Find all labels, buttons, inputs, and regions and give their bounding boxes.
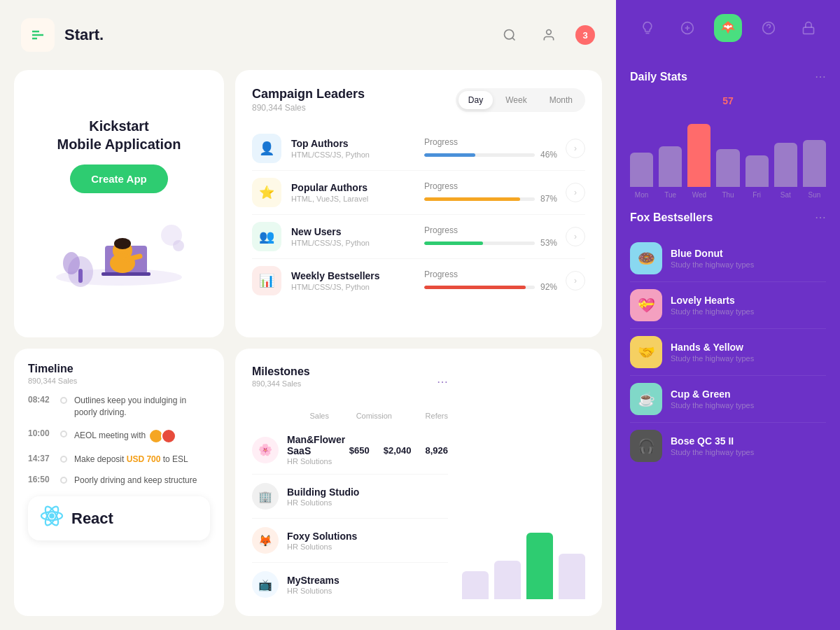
bestseller-item: ☕ Cup & Green Study the highway types [630,376,826,423]
bestseller-name: Cup & Green [671,388,754,400]
react-logo [39,503,64,533]
svg-rect-12 [78,269,83,283]
daily-label: Fri [746,191,769,199]
daily-bar [803,140,826,188]
bestseller-info: Lovely Hearts Study the highway types [671,295,754,316]
campaign-header: Campaign Leaders 890,344 Sales Day Week … [252,87,585,113]
row-arrow-button[interactable]: › [566,227,585,246]
daily-label: Tue [659,191,682,199]
sidebar-nav-fox[interactable] [714,14,742,42]
campaign-row-icon: 📊 [252,266,281,295]
row-arrow-button[interactable]: › [566,271,585,290]
svg-rect-8 [102,272,150,276]
timeline-time: 08:42 [28,395,53,405]
progress-bar-container: 46% [424,150,557,160]
react-badge: React [28,496,210,540]
sidebar-nav-alpha[interactable] [673,14,701,42]
campaign-row: ⭐ Popular Authors HTML, VueJS, Laravel P… [252,171,585,215]
bestseller-subtitle: Study the highway types [671,307,754,316]
progress-pct: 92% [540,282,557,292]
fox-bestsellers-more[interactable]: ⋯ [815,211,826,224]
bestseller-subtitle: Study the highway types [671,448,754,456]
period-tab-month[interactable]: Month [540,91,582,109]
milestone-bar [526,533,553,599]
progress-bar-container: 87% [424,194,557,204]
svg-rect-27 [804,27,814,34]
progress-fill [424,286,526,289]
timeline-dot [60,430,67,438]
milestone-bar [462,571,489,599]
milestone-name: Man&Flower SaaS [287,434,349,456]
campaign-row-tech: HTML/CSS/JS, Python [291,239,424,247]
milestone-sub: HR Solutions [287,498,359,507]
milestones-card: Milestones 890,344 Sales ⋯ Sales Comissi… [235,349,602,616]
progress-bar-container: 92% [424,282,557,292]
daily-bar [630,153,653,188]
period-tab-week[interactable]: Week [496,91,536,109]
sidebar-nav-lightbulb[interactable] [634,14,662,42]
notification-badge[interactable]: 3 [575,25,595,45]
svg-point-5 [547,30,552,35]
svg-line-16 [126,256,140,260]
kickstart-card: Kickstart Mobile Application Create App [14,70,224,337]
kickstart-title: Kickstart Mobile Application [57,117,181,153]
timeline-item: 14:37 Make deposit USD 700 to ESL [28,454,210,465]
progress-pct: 46% [540,150,557,160]
milestones-more[interactable]: ⋯ [437,375,448,388]
right-sidebar: Daily Stats ⋯ 57 MonTueWedThuFriSatSun F… [616,0,840,630]
row-arrow-button[interactable]: › [566,183,585,202]
svg-point-11 [63,252,80,274]
milestone-icon: 📺 [252,571,279,598]
milestone-icon: 🏢 [252,483,279,510]
bestseller-subtitle: Study the highway types [671,260,754,269]
daily-label: Wed [687,191,710,199]
create-app-button[interactable]: Create App [70,164,167,193]
milestone-name: MyStreams [287,575,340,586]
progress-label: Progress [424,225,557,235]
milestone-row: 🦊 Foxy Solutions HR Solutions [252,519,448,563]
timeline-highlight: USD 700 [127,454,161,464]
stat-sales: $650 [349,444,370,456]
milestone-icon: 🌸 [252,437,279,463]
daily-label: Thu [716,191,739,199]
logo-icon [21,18,55,52]
svg-point-24 [724,25,726,27]
fox-bestsellers-title: Fox Bestsellers [630,211,713,224]
row-arrow-button[interactable]: › [566,139,585,158]
milestone-info: Foxy Solutions HR Solutions [287,531,357,551]
period-tab-day[interactable]: Day [458,91,493,109]
campaign-row-name: Top Authors [291,138,424,149]
campaign-title: Campaign Leaders [252,87,365,102]
milestone-rows: 🌸 Man&Flower SaaS HR Solutions $650 $2,0… [252,426,448,606]
timeline-items: 08:42 Outlines keep you indulging in poo… [28,395,210,486]
daily-bar [687,124,710,187]
svg-point-14 [114,238,131,249]
col-refers-header: Refers [406,412,448,420]
daily-stats-more[interactable]: ⋯ [815,70,826,83]
timeline-dot [60,477,67,484]
milestone-sub: HR Solutions [287,457,349,465]
campaign-row-progress: Progress 46% [424,137,557,160]
user-icon[interactable] [536,22,561,48]
progress-label: Progress [424,270,557,279]
sidebar-nav-help[interactable] [755,14,783,42]
hero-illustration [42,207,196,291]
period-tabs: Day Week Month [456,88,585,112]
timeline-text: Outlines keep you indulging in poorly dr… [74,395,210,419]
campaign-row: 👥 New Users HTML/CSS/JS, Python Progress… [252,215,585,259]
campaign-row-info: New Users HTML/CSS/JS, Python [291,226,424,247]
bestseller-image: 💝 [630,289,662,321]
campaign-card: Campaign Leaders 890,344 Sales Day Week … [235,70,602,337]
timeline-title: Timeline [28,363,210,375]
bestseller-name: Lovely Hearts [671,295,754,306]
progress-fill [424,197,520,201]
milestone-sub: HR Solutions [287,587,340,595]
campaign-row-icon: 👤 [252,134,281,163]
sidebar-nav-lock[interactable] [794,14,822,42]
bestseller-name: Bose QC 35 II [671,435,754,447]
campaign-row: 📊 Weekly Bestsellers HTML/CSS/JS, Python… [252,259,585,302]
search-icon[interactable] [497,22,522,48]
daily-stats-title: Daily Stats [630,71,687,83]
timeline-card: Timeline 890,344 Sales 08:42 Outlines ke… [14,349,224,616]
progress-bar [424,286,535,289]
